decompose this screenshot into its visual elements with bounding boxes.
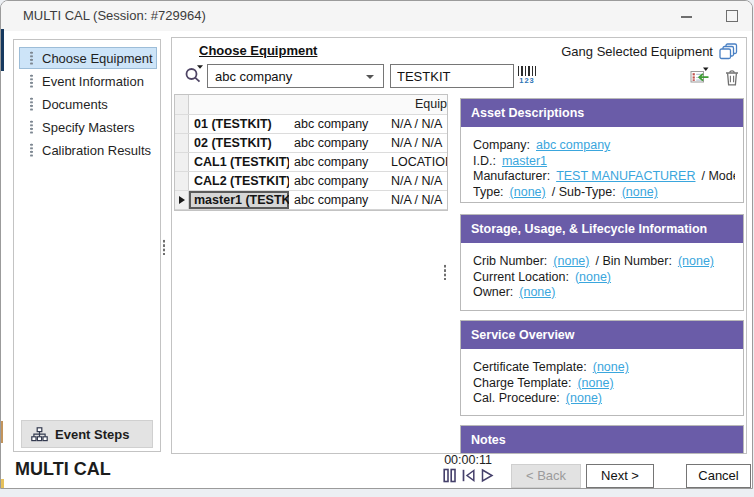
drag-handle-icon bbox=[30, 51, 33, 65]
timer-value: 00:00:11 bbox=[431, 453, 505, 467]
table-row[interactable]: CAL1 (TESTKIT) abc company LOCATION bbox=[175, 153, 447, 172]
event-steps-button[interactable]: Event Steps bbox=[21, 420, 153, 448]
sidebar-item-label: Specify Masters bbox=[42, 120, 134, 135]
gang-copies-icon bbox=[719, 43, 738, 60]
keyword-input[interactable] bbox=[390, 64, 514, 88]
table-row-current[interactable]: master1 (TESTKIT) abc company N/A / N/A bbox=[175, 191, 447, 210]
cell-location[interactable]: N/A / N/A bbox=[386, 172, 447, 190]
step-sidebar: Choose Equipment Event Information Docum… bbox=[13, 39, 161, 452]
service-overview-header: Service Overview bbox=[461, 321, 743, 349]
cell-id[interactable]: CAL2 (TESTKIT) bbox=[189, 172, 289, 190]
cell-company[interactable]: abc company bbox=[289, 191, 386, 209]
owner-link[interactable]: (none) bbox=[519, 285, 555, 299]
drag-handle-icon bbox=[30, 143, 33, 157]
sidebar-item-specify-masters[interactable]: Specify Masters bbox=[19, 116, 157, 138]
cell-id[interactable]: CAL1 (TESTKIT) bbox=[189, 153, 289, 171]
sidebar-splitter-handle[interactable] bbox=[162, 239, 166, 255]
row-header-cell[interactable] bbox=[175, 115, 189, 133]
cal-procedure-link[interactable]: (none) bbox=[566, 391, 602, 405]
row-header-cell bbox=[175, 95, 189, 114]
session-timer: 00:00:11 bbox=[431, 453, 505, 483]
cell-company[interactable]: abc company bbox=[289, 172, 386, 190]
current-location-link[interactable]: (none) bbox=[575, 270, 611, 284]
background-window-sliver bbox=[1, 479, 4, 488]
panel-title: Choose Equipment bbox=[199, 43, 317, 58]
table-row[interactable]: 01 (TESTKIT) abc company N/A / N/A bbox=[175, 115, 447, 134]
asset-descriptions-header: Asset Descriptions bbox=[461, 99, 743, 127]
barcode-icon[interactable]: 123 bbox=[517, 66, 537, 85]
window-title: MULTI CAL (Session: #729964) bbox=[23, 8, 206, 23]
drag-handle-icon bbox=[30, 97, 33, 111]
maximize-button[interactable] bbox=[726, 10, 738, 22]
bin-number-link[interactable]: (none) bbox=[678, 254, 714, 268]
sidebar-item-calibration-results[interactable]: Calibration Results bbox=[19, 139, 157, 161]
notes-header: Notes bbox=[461, 426, 743, 454]
cell-location[interactable]: N/A / N/A bbox=[386, 191, 447, 209]
asset-company-line: Company:abc company bbox=[473, 138, 735, 154]
company-dropdown[interactable]: abc company bbox=[207, 64, 384, 88]
gang-label: Gang Selected Equipment bbox=[561, 44, 713, 59]
equipment-table: Equipment 01 (TESTKIT) abc company N/A /… bbox=[174, 94, 448, 211]
sidebar-item-label: Choose Equipment bbox=[42, 51, 153, 66]
owner-line: Owner:(none) bbox=[473, 285, 735, 301]
cell-company[interactable]: abc company bbox=[289, 153, 386, 171]
row-header-cell[interactable] bbox=[175, 191, 189, 209]
cell-location[interactable]: N/A / N/A bbox=[386, 134, 447, 152]
subtype-link[interactable]: (none) bbox=[622, 185, 658, 199]
cancel-button[interactable]: Cancel bbox=[686, 464, 751, 488]
gang-selected-equipment[interactable]: Gang Selected Equipment bbox=[561, 43, 738, 60]
app-title: MULTI CAL bbox=[15, 459, 111, 480]
sidebar-item-event-information[interactable]: Event Information bbox=[19, 70, 157, 92]
minimize-button[interactable] bbox=[681, 16, 692, 18]
back-button[interactable]: < Back bbox=[511, 464, 581, 488]
cell-company[interactable]: abc company bbox=[289, 134, 386, 152]
manufacturer-link[interactable]: TEST MANUFACTURER bbox=[556, 169, 695, 183]
sidebar-item-label: Documents bbox=[42, 97, 108, 112]
storage-info-header: Storage, Usage, & Lifecycle Information bbox=[461, 215, 743, 243]
cell-company[interactable]: abc company bbox=[289, 115, 386, 133]
cell-id[interactable]: 01 (TESTKIT) bbox=[189, 115, 289, 133]
asset-type-line: Type:(none)/ Sub-Type:(none) bbox=[473, 185, 735, 201]
company-link[interactable]: abc company bbox=[536, 138, 610, 152]
barcode-bars bbox=[518, 66, 536, 76]
import-equipment-icon[interactable] bbox=[690, 67, 710, 85]
cal-procedure-line: Cal. Procedure:(none) bbox=[473, 391, 735, 407]
row-header-cell[interactable] bbox=[175, 172, 189, 190]
asset-descriptions-box: Asset Descriptions Company:abc company I… bbox=[460, 98, 744, 203]
table-header-row[interactable]: Equipment bbox=[175, 95, 447, 115]
crib-number-link[interactable]: (none) bbox=[553, 254, 589, 268]
event-steps-label: Event Steps bbox=[55, 427, 129, 442]
charge-template-line: Charge Template:(none) bbox=[473, 376, 735, 392]
play-icon[interactable] bbox=[480, 468, 494, 483]
equipment-column-header[interactable]: Equipment bbox=[189, 95, 447, 114]
row-header-cell[interactable] bbox=[175, 153, 189, 171]
sidebar-item-documents[interactable]: Documents bbox=[19, 93, 157, 115]
notes-box: Notes bbox=[460, 425, 744, 454]
id-link[interactable]: master1 bbox=[502, 154, 547, 168]
cell-location[interactable]: LOCATION bbox=[386, 153, 447, 171]
detail-splitter-handle[interactable] bbox=[443, 264, 447, 280]
search-icon[interactable] bbox=[183, 64, 205, 83]
type-link[interactable]: (none) bbox=[510, 185, 546, 199]
drag-handle-icon bbox=[30, 120, 33, 134]
asset-id-line: I.D.:master1 bbox=[473, 154, 735, 170]
trash-icon[interactable] bbox=[724, 69, 740, 86]
cell-location[interactable]: N/A / N/A bbox=[386, 115, 447, 133]
sidebar-item-choose-equipment[interactable]: Choose Equipment bbox=[19, 47, 157, 69]
title-bar: MULTI CAL (Session: #729964) bbox=[1, 1, 752, 31]
skip-start-icon[interactable] bbox=[461, 468, 476, 483]
table-row[interactable]: 02 (TESTKIT) abc company N/A / N/A bbox=[175, 134, 447, 153]
sidebar-item-label: Event Information bbox=[42, 74, 144, 89]
sidebar-item-label: Calibration Results bbox=[42, 143, 151, 158]
row-header-cell[interactable] bbox=[175, 134, 189, 152]
cell-id-selected[interactable]: master1 (TESTKIT) bbox=[189, 191, 289, 209]
charge-template-link[interactable]: (none) bbox=[577, 376, 613, 390]
certificate-template-link[interactable]: (none) bbox=[593, 360, 629, 374]
asset-manufacturer-line: Manufacturer:TEST MANUFACTURER/ Model Nu… bbox=[473, 169, 735, 185]
current-location-line: Current Location:(none) bbox=[473, 270, 735, 286]
current-row-indicator-icon bbox=[179, 196, 185, 204]
next-button[interactable]: Next > bbox=[586, 464, 654, 488]
table-row[interactable]: CAL2 (TESTKIT) abc company N/A / N/A bbox=[175, 172, 447, 191]
pause-icon[interactable] bbox=[443, 468, 457, 483]
cell-id[interactable]: 02 (TESTKIT) bbox=[189, 134, 289, 152]
